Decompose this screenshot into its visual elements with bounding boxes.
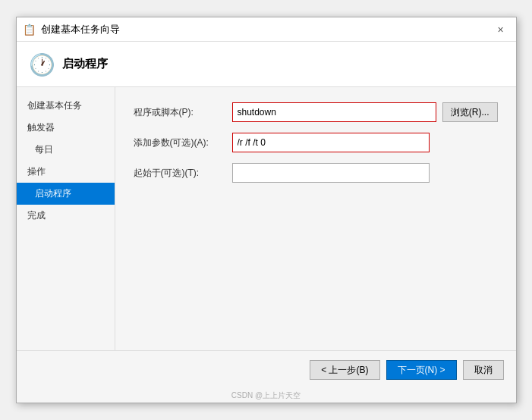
sidebar-item-create-task[interactable]: 创建基本任务 — [17, 95, 115, 117]
dialog-window: 📋 创建基本任务向导 × 🕐 启动程序 创建基本任务 触发器 每日 — [16, 17, 517, 403]
sidebar: 创建基本任务 触发器 每日 操作 启动程序 完成 — [17, 87, 115, 350]
main-content: 程序或脚本(P): 浏览(R)... 添加参数(可选)(A): 起始于(可选)(… — [115, 87, 516, 350]
start-row: 起始于(可选)(T): — [134, 163, 498, 183]
args-row: 添加参数(可选)(A): — [134, 133, 498, 152]
footer: < 上一步(B) 下一页(N) > 取消 — [17, 350, 516, 389]
next-button[interactable]: 下一页(N) > — [386, 360, 457, 380]
cancel-button[interactable]: 取消 — [463, 360, 504, 380]
main-area: 创建基本任务 触发器 每日 操作 启动程序 完成 — [17, 87, 516, 350]
sidebar-item-trigger[interactable]: 触发器 — [17, 117, 115, 139]
program-row: 程序或脚本(P): 浏览(R)... — [134, 102, 498, 122]
start-label: 起始于(可选)(T): — [134, 167, 232, 180]
content-wrapper: 🕐 启动程序 创建基本任务 触发器 每日 操作 启动程序 — [17, 42, 516, 403]
sidebar-item-action[interactable]: 操作 — [17, 161, 115, 183]
header-section: 🕐 启动程序 — [17, 42, 516, 87]
sidebar-item-finish[interactable]: 完成 — [17, 205, 115, 227]
dialog-title: 创建基本任务向导 — [41, 23, 120, 36]
program-input[interactable] — [232, 102, 436, 122]
title-bar: 📋 创建基本任务向导 × — [17, 17, 516, 42]
back-button[interactable]: < 上一步(B) — [310, 360, 379, 380]
program-label: 程序或脚本(P): — [134, 106, 232, 119]
args-input[interactable] — [232, 133, 430, 152]
args-label: 添加参数(可选)(A): — [134, 136, 232, 149]
header-title: 启动程序 — [62, 57, 108, 71]
sidebar-item-daily[interactable]: 每日 — [17, 139, 115, 161]
program-input-group: 浏览(R)... — [232, 102, 498, 122]
watermark: CSDN @上上片天空 — [17, 389, 516, 403]
title-bar-left: 📋 创建基本任务向导 — [23, 23, 120, 36]
sidebar-item-start-program[interactable]: 启动程序 — [17, 183, 115, 205]
close-button[interactable]: × — [492, 20, 510, 39]
start-input[interactable] — [232, 163, 430, 183]
header-icon: 🕐 — [29, 52, 53, 77]
dialog-icon: 📋 — [23, 24, 35, 36]
browse-button[interactable]: 浏览(R)... — [442, 102, 498, 122]
